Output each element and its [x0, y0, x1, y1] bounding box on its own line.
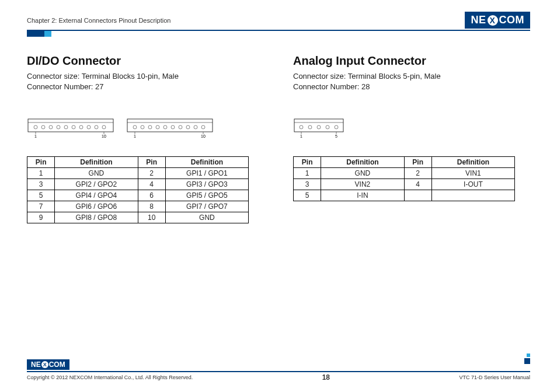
- th-def: Definition: [431, 157, 514, 168]
- svg-point-21: [171, 125, 175, 129]
- svg-point-22: [179, 125, 182, 129]
- pin-cell: 5: [27, 190, 55, 201]
- svg-point-9: [87, 125, 90, 129]
- svg-point-20: [163, 125, 167, 129]
- svg-point-31: [308, 125, 312, 129]
- chapter-title: Chapter 2: External Connectors Pinout De…: [27, 17, 170, 24]
- svg-point-7: [72, 125, 75, 129]
- pin-cell: 6: [138, 190, 165, 201]
- svg-point-17: [141, 125, 144, 129]
- left-title: DI/DO Connector: [27, 54, 264, 68]
- svg-point-19: [156, 125, 159, 129]
- svg-point-24: [194, 125, 197, 129]
- th-pin: Pin: [27, 157, 55, 168]
- logo-left: NE: [471, 14, 486, 26]
- page-number: 18: [322, 373, 330, 382]
- pin-cell: 3: [294, 179, 321, 190]
- right-number: Connector Number: 28: [293, 82, 530, 92]
- pin-cell: 8: [138, 201, 165, 212]
- svg-point-25: [201, 125, 205, 129]
- definition-cell: GPI1 / GPO1: [165, 168, 248, 179]
- th-def: Definition: [321, 157, 404, 168]
- table-header-row: Pin Definition Pin Definition: [27, 157, 249, 168]
- right-size: Connector size: Terminal Blocks 5-pin, M…: [293, 71, 530, 82]
- svg-point-4: [49, 125, 53, 129]
- pin-cell: 5: [294, 190, 321, 201]
- definition-cell: GPI8 / GPO8: [55, 212, 138, 223]
- svg-point-33: [326, 125, 329, 129]
- svg-point-6: [64, 125, 68, 129]
- definition-cell: GPI7 / GPO7: [165, 201, 248, 212]
- left-table-body: 1GND2GPI1 / GPO13GPI2 / GPO24GPI3 / GPO3…: [27, 168, 249, 223]
- left-diagram-row: 1 10: [27, 116, 264, 139]
- table-header-row: Pin Definition Pin Definition: [294, 157, 515, 168]
- table-row: 3GPI2 / GPO24GPI3 / GPO3: [27, 179, 249, 190]
- svg-point-5: [57, 125, 60, 129]
- header-accent: [27, 31, 530, 37]
- page-header: Chapter 2: External Connectors Pinout De…: [27, 12, 530, 31]
- footer-logo: NE X COM: [27, 359, 69, 370]
- pin-cell: 9: [27, 212, 55, 223]
- svg-point-18: [148, 125, 152, 129]
- table-row: 5I-IN: [294, 190, 515, 201]
- pin-end-label: 5: [335, 134, 337, 138]
- table-row: 9GPI8 / GPO810GND: [27, 212, 249, 223]
- pin-cell: 2: [138, 168, 165, 179]
- pin-cell: [404, 190, 431, 201]
- svg-point-23: [186, 125, 190, 129]
- definition-cell: GPI2 / GPO2: [55, 179, 138, 190]
- th-def: Definition: [55, 157, 138, 168]
- pin-cell: 1: [27, 168, 55, 179]
- pin-end-label: 10: [102, 134, 106, 138]
- svg-point-3: [41, 125, 45, 129]
- svg-rect-14: [127, 119, 213, 132]
- right-title: Analog Input Connector: [293, 54, 530, 68]
- pin-cell: 7: [27, 201, 55, 212]
- right-column: Analog Input Connector Connector size: T…: [293, 54, 530, 223]
- left-pinout-table: Pin Definition Pin Definition 1GND2GPI1 …: [27, 156, 249, 223]
- pin-start-label: 1: [34, 134, 37, 138]
- footer-copyright: Copyright © 2012 NEXCOM International Co…: [27, 374, 193, 380]
- th-pin: Pin: [294, 157, 321, 168]
- pin-cell: 10: [138, 212, 165, 223]
- left-column: DI/DO Connector Connector size: Terminal…: [27, 54, 264, 223]
- definition-cell: VIN1: [431, 168, 514, 179]
- footer-manual: VTC 71-D Series User Manual: [459, 374, 530, 380]
- definition-cell: GND: [55, 168, 138, 179]
- table-row: 1GND2GPI1 / GPO1: [27, 168, 249, 179]
- definition-cell: GND: [321, 168, 404, 179]
- pin-start-label: 1: [300, 134, 302, 138]
- svg-rect-0: [28, 119, 113, 132]
- right-table-body: 1GND2VIN13VIN24I-OUT5I-IN: [294, 168, 515, 201]
- pin-end-label: 10: [201, 134, 206, 138]
- table-row: 3VIN24I-OUT: [294, 179, 515, 190]
- table-row: 1GND2VIN1: [294, 168, 515, 179]
- th-def: Definition: [165, 157, 248, 168]
- table-row: 5GPI4 / GPO46GPI5 / GPO5: [27, 190, 249, 201]
- pin-start-label: 1: [134, 134, 136, 138]
- page-footer: NE X COM Copyright © 2012 NEXCOM Interna…: [27, 359, 530, 382]
- svg-point-11: [102, 125, 106, 129]
- svg-point-30: [300, 125, 303, 129]
- definition-cell: I-OUT: [431, 179, 514, 190]
- nexcom-logo: NE X COM: [465, 12, 530, 29]
- logo-x-icon: X: [488, 15, 498, 26]
- svg-point-16: [133, 125, 137, 129]
- logo-x-icon: X: [41, 361, 48, 368]
- right-diagram-row: 1 5: [293, 116, 530, 139]
- definition-cell: [431, 190, 514, 201]
- connector-10pin-a: 1 10: [27, 116, 114, 139]
- left-size: Connector size: Terminal Blocks 10-pin, …: [27, 71, 264, 82]
- footer-decoration: [524, 354, 530, 364]
- th-pin: Pin: [404, 157, 431, 168]
- definition-cell: VIN2: [321, 179, 404, 190]
- definition-cell: GPI3 / GPO3: [165, 179, 248, 190]
- definition-cell: GPI5 / GPO5: [165, 190, 248, 201]
- connector-10pin-b: 1 10: [126, 116, 214, 139]
- definition-cell: GPI6 / GPO6: [55, 201, 138, 212]
- svg-point-10: [95, 125, 98, 129]
- definition-cell: GPI4 / GPO4: [55, 190, 138, 201]
- svg-point-34: [335, 125, 338, 129]
- svg-point-8: [79, 125, 83, 129]
- pin-cell: 3: [27, 179, 55, 190]
